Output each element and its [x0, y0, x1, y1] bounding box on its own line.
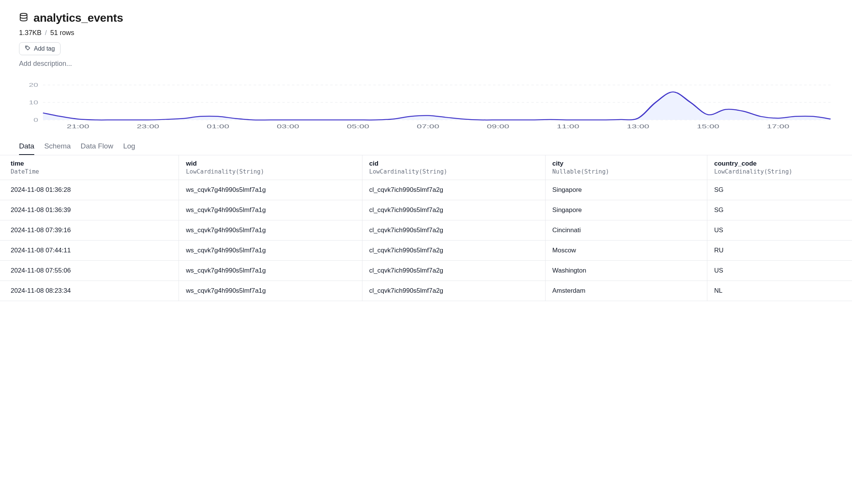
- cell-city: Amsterdam: [545, 281, 707, 301]
- svg-text:13:00: 13:00: [627, 123, 649, 129]
- cell-wid: ws_cqvk7g4h990s5lmf7a1g: [179, 180, 362, 200]
- cell-cid: cl_cqvk7ich990s5lmf7a2g: [362, 220, 545, 241]
- cell-wid: ws_cqvk7g4h990s5lmf7a1g: [179, 241, 362, 261]
- cell-city: Singapore: [545, 180, 707, 200]
- cell-time: 2024-11-08 01:36:28: [0, 180, 179, 200]
- column-name: city: [552, 160, 699, 167]
- svg-text:01:00: 01:00: [207, 123, 229, 129]
- column-type: LowCardinality(String): [714, 168, 792, 175]
- tab-data[interactable]: Data: [19, 142, 34, 155]
- column-name: wid: [186, 160, 354, 167]
- cell-country_code: SG: [707, 200, 852, 220]
- column-header-wid[interactable]: widLowCardinality(String): [179, 155, 362, 180]
- table-row[interactable]: 2024-11-08 07:44:11ws_cqvk7g4h990s5lmf7a…: [0, 241, 852, 261]
- tab-log[interactable]: Log: [123, 142, 135, 155]
- svg-text:10: 10: [29, 99, 38, 105]
- cell-wid: ws_cqvk7g4h990s5lmf7a1g: [179, 200, 362, 220]
- svg-text:21:00: 21:00: [67, 123, 89, 129]
- cell-cid: cl_cqvk7ich990s5lmf7a2g: [362, 180, 545, 200]
- column-type: Nullable(String): [552, 168, 609, 175]
- table-row[interactable]: 2024-11-08 07:55:06ws_cqvk7g4h990s5lmf7a…: [0, 261, 852, 281]
- column-name: cid: [369, 160, 538, 167]
- cell-time: 2024-11-08 08:23:34: [0, 281, 179, 301]
- column-type: LowCardinality(String): [186, 168, 264, 175]
- column-name: country_code: [714, 160, 844, 167]
- table-row[interactable]: 2024-11-08 07:39:16ws_cqvk7g4h990s5lmf7a…: [0, 220, 852, 241]
- cell-time: 2024-11-08 01:36:39: [0, 200, 179, 220]
- page-title: analytics_events: [34, 11, 123, 24]
- cell-country_code: NL: [707, 281, 852, 301]
- table-row[interactable]: 2024-11-08 01:36:28ws_cqvk7g4h990s5lmf7a…: [0, 180, 852, 200]
- cell-wid: ws_cqvk7g4h990s5lmf7a1g: [179, 220, 362, 241]
- cell-cid: cl_cqvk7ich990s5lmf7a2g: [362, 241, 545, 261]
- svg-text:05:00: 05:00: [347, 123, 369, 129]
- svg-text:11:00: 11:00: [557, 123, 579, 129]
- svg-text:03:00: 03:00: [277, 123, 299, 129]
- cell-country_code: US: [707, 220, 852, 241]
- description-input[interactable]: Add description...: [19, 60, 833, 68]
- svg-text:17:00: 17:00: [767, 123, 789, 129]
- svg-text:15:00: 15:00: [697, 123, 719, 129]
- activity-chart: 0102021:0023:0001:0003:0005:0007:0009:00…: [19, 79, 833, 131]
- column-header-cid[interactable]: cidLowCardinality(String): [362, 155, 545, 180]
- cell-city: Washington: [545, 261, 707, 281]
- svg-text:20: 20: [29, 82, 38, 88]
- cell-cid: cl_cqvk7ich990s5lmf7a2g: [362, 200, 545, 220]
- column-header-country_code[interactable]: country_codeLowCardinality(String): [707, 155, 852, 180]
- cell-wid: ws_cqvk7g4h990s5lmf7a1g: [179, 281, 362, 301]
- tab-data-flow[interactable]: Data Flow: [81, 142, 113, 155]
- svg-text:0: 0: [34, 117, 38, 123]
- table-row[interactable]: 2024-11-08 01:36:39ws_cqvk7g4h990s5lmf7a…: [0, 200, 852, 220]
- table-row[interactable]: 2024-11-08 08:23:34ws_cqvk7g4h990s5lmf7a…: [0, 281, 852, 301]
- dataset-stats: 1.37KB / 51 rows: [19, 29, 833, 37]
- column-type: DateTime: [11, 168, 39, 175]
- tag-icon: [25, 45, 31, 53]
- cell-time: 2024-11-08 07:55:06: [0, 261, 179, 281]
- svg-point-1: [26, 47, 27, 47]
- cell-time: 2024-11-08 07:44:11: [0, 241, 179, 261]
- cell-city: Cincinnati: [545, 220, 707, 241]
- add-tag-label: Add tag: [34, 45, 55, 52]
- tab-schema[interactable]: Schema: [44, 142, 71, 155]
- tabs: DataSchemaData FlowLog: [19, 142, 833, 155]
- cell-wid: ws_cqvk7g4h990s5lmf7a1g: [179, 261, 362, 281]
- svg-text:09:00: 09:00: [487, 123, 509, 129]
- svg-text:07:00: 07:00: [417, 123, 439, 129]
- column-header-time[interactable]: timeDateTime: [0, 155, 179, 180]
- svg-point-0: [20, 13, 27, 16]
- cell-country_code: SG: [707, 180, 852, 200]
- cell-country_code: RU: [707, 241, 852, 261]
- cell-cid: cl_cqvk7ich990s5lmf7a2g: [362, 281, 545, 301]
- cell-cid: cl_cqvk7ich990s5lmf7a2g: [362, 261, 545, 281]
- database-icon: [19, 13, 28, 23]
- column-type: LowCardinality(String): [369, 168, 447, 175]
- cell-city: Moscow: [545, 241, 707, 261]
- data-table-wrap: timeDateTimewidLowCardinality(String)cid…: [0, 155, 852, 301]
- data-table: timeDateTimewidLowCardinality(String)cid…: [0, 155, 852, 301]
- column-header-city[interactable]: cityNullable(String): [545, 155, 707, 180]
- cell-country_code: US: [707, 261, 852, 281]
- size-label: 1.37KB: [19, 29, 41, 37]
- svg-text:23:00: 23:00: [137, 123, 159, 129]
- cell-time: 2024-11-08 07:39:16: [0, 220, 179, 241]
- column-name: time: [11, 160, 171, 167]
- cell-city: Singapore: [545, 200, 707, 220]
- rows-label: 51 rows: [50, 29, 74, 37]
- add-tag-button[interactable]: Add tag: [19, 42, 61, 55]
